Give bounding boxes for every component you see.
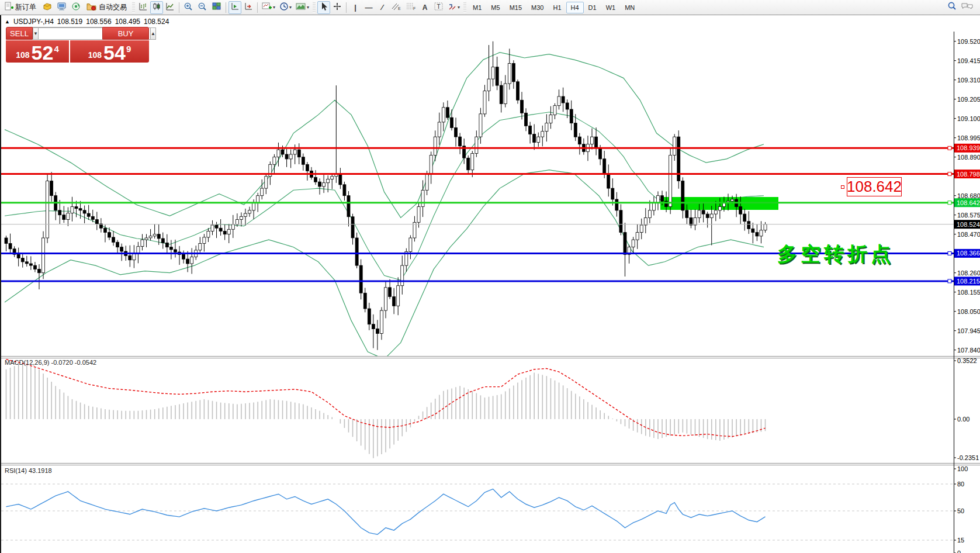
one-click-trading-panel: SELL ▼ ▲ BUY 108 52 4 108 54 9: [6, 27, 149, 63]
axis-tick-label: 109.520: [957, 38, 980, 45]
svg-text:F: F: [413, 6, 415, 11]
sell-button[interactable]: SELL: [6, 27, 33, 40]
buy-price[interactable]: 108 54 9: [70, 40, 149, 63]
channel-icon: E: [391, 2, 401, 13]
trendline-tool-button[interactable]: ∕: [376, 1, 389, 14]
horizontal-line-icon: —: [365, 3, 373, 12]
sell-price-prefix: 108: [16, 50, 29, 60]
axis-tick-label: 108.366: [957, 250, 980, 257]
axis-tick-label: 108.155: [957, 289, 980, 296]
chart-shift-button[interactable]: [228, 1, 241, 14]
zoom-out-button[interactable]: [196, 1, 209, 14]
text-tool-button[interactable]: A: [418, 1, 431, 14]
vertical-line-icon: |: [354, 3, 356, 12]
equidistant-channel-tool-button[interactable]: E: [389, 1, 403, 14]
dropdown-caret[interactable]: ▾: [307, 5, 309, 10]
timeframe-button-w1[interactable]: W1: [601, 2, 621, 13]
dropdown-caret[interactable]: ▾: [289, 5, 292, 10]
autotrading-button[interactable]: 自动交易: [84, 1, 130, 14]
dropdown-caret[interactable]: ▾: [458, 5, 460, 10]
candlestick-series: [5, 42, 767, 350]
vertical-line-tool-button[interactable]: |: [349, 1, 362, 14]
new-order-button[interactable]: 新订单: [2, 1, 40, 14]
community-chat-button[interactable]: [959, 1, 975, 13]
timeframe-button-d1[interactable]: D1: [584, 2, 601, 13]
templates-button[interactable]: ▾: [294, 1, 311, 14]
volume-increase-button[interactable]: ▲: [150, 27, 156, 40]
timeframe-button-m1[interactable]: M1: [468, 2, 486, 13]
horizontal-line-tool-button[interactable]: —: [362, 1, 375, 14]
timeframe-button-m15[interactable]: M15: [505, 2, 527, 13]
fibonacci-tool-button[interactable]: F: [404, 1, 418, 14]
autotrading-icon: [86, 2, 97, 13]
cursor-tool-button[interactable]: [317, 1, 330, 14]
axis-tick-label: 15: [957, 537, 964, 544]
text-icon: A: [423, 4, 428, 12]
axis-tick-label: 50: [957, 507, 964, 514]
line-anchor[interactable]: [948, 146, 951, 150]
axis-tick-label: 109.310: [957, 77, 980, 84]
ohlc-open: 108.519: [57, 18, 82, 26]
axis-tick-label: 108.939: [957, 144, 980, 151]
volume-decrease-button[interactable]: ▼: [33, 27, 39, 40]
line-anchor[interactable]: [948, 251, 951, 255]
line-chart-icon: [165, 2, 175, 13]
periods-button[interactable]: ▾: [278, 1, 293, 14]
mt4-application: 新订单 自动交易 ▾ ▾ ▾ | — ∕ E F A T ▾: [0, 0, 980, 553]
line-anchor[interactable]: [948, 172, 951, 176]
ohlc-high: 108.556: [86, 18, 111, 26]
axis-tick-label: 107.945: [957, 327, 980, 334]
axis-tick-label: 108.890: [957, 154, 980, 161]
dropdown-caret[interactable]: ▾: [273, 5, 275, 10]
add-indicator-button[interactable]: ▾: [260, 1, 277, 14]
collapse-panel-icon[interactable]: ▲: [5, 19, 10, 25]
price-axis[interactable]: 109.520109.415109.310109.205109.100108.9…: [954, 32, 980, 553]
timeframe-button-h1[interactable]: H1: [548, 2, 566, 13]
text-label-tool-button[interactable]: T: [432, 1, 445, 14]
candlestick-icon: [152, 2, 161, 13]
timeframe-button-m5[interactable]: M5: [486, 2, 504, 13]
line-anchor[interactable]: [948, 279, 951, 283]
toolbar-separator: [179, 2, 179, 13]
sell-price[interactable]: 108 52 4: [6, 40, 69, 63]
price-callout-label[interactable]: 108.642: [847, 177, 902, 196]
buy-price-prefix: 108: [88, 50, 102, 60]
volume-control: ▼ ▲: [33, 27, 102, 40]
terminal-button[interactable]: [55, 1, 69, 14]
axis-tick-label: 108.524: [957, 221, 980, 228]
timeframe-button-m30[interactable]: M30: [527, 2, 548, 13]
timeframe-button-h4[interactable]: H4: [566, 2, 584, 13]
chinese-annotation[interactable]: 多空转折点: [777, 241, 894, 268]
arrows-tool-button[interactable]: ▾: [446, 1, 462, 14]
auto-scroll-icon: [244, 2, 253, 13]
price-callout-anchor[interactable]: [841, 185, 844, 189]
toolbar-separator: [226, 2, 226, 13]
axis-tick-label: 108.798: [957, 171, 980, 178]
trade-panel-prices: 108 52 4 108 54 9: [6, 40, 149, 63]
chart-canvas[interactable]: MACD(12,26,9) -0.0720 -0.0542RSI(14) 43.…: [1, 15, 980, 553]
new-order-icon: [4, 2, 13, 13]
tile-windows-icon: [212, 2, 221, 13]
auto-scroll-button[interactable]: [242, 1, 255, 14]
symbol-period-label: USDJPY-,H4: [13, 18, 54, 26]
timeframe-button-mn[interactable]: MN: [620, 2, 639, 13]
line-chart-mode-button[interactable]: [164, 1, 176, 14]
axis-tick-label: 109.415: [957, 57, 980, 64]
profiles-button[interactable]: [40, 1, 54, 14]
axis-tick-label: 108.260: [957, 269, 980, 276]
chart-header: ▲ USDJPY-,H4 108.519 108.556 108.495 108…: [5, 18, 169, 26]
new-order-label: 新订单: [13, 2, 38, 12]
search-button[interactable]: [945, 1, 959, 13]
crosshair-tool-button[interactable]: [331, 1, 344, 14]
add-indicator-icon: [262, 2, 272, 13]
candlestick-mode-button[interactable]: [150, 1, 163, 14]
buy-button[interactable]: BUY: [102, 27, 149, 40]
tile-windows-button[interactable]: [210, 1, 223, 14]
strategy-tester-button[interactable]: [70, 1, 84, 14]
bar-chart-mode-button[interactable]: [137, 1, 150, 14]
line-anchor[interactable]: [948, 201, 951, 205]
zoom-in-button[interactable]: [182, 1, 195, 14]
toolbar-separator: [257, 2, 258, 13]
macd-indicator: MACD(12,26,9) -0.0720 -0.0542: [5, 359, 766, 458]
buy-price-pip: 9: [126, 44, 131, 54]
